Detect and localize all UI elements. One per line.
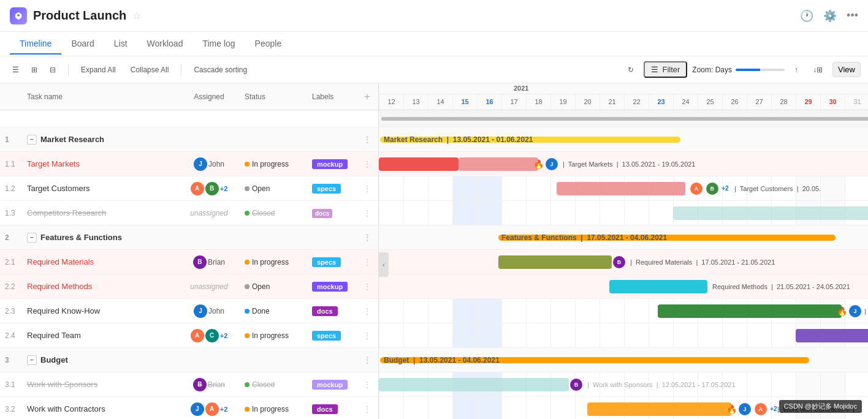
row-more[interactable]: ⋮ xyxy=(356,355,378,365)
expand-all-button[interactable]: Expand All xyxy=(76,63,121,77)
filter-button[interactable]: ☰ Filter xyxy=(644,61,687,78)
zoom-slider[interactable] xyxy=(736,69,785,71)
import-btn[interactable]: ↓⊞ xyxy=(808,63,828,77)
avatar-gantt: J xyxy=(546,158,558,170)
row-more[interactable]: ⋮ xyxy=(356,306,378,316)
gantt-collapse-handle[interactable]: ‹ xyxy=(379,252,389,277)
table-row: 3.2 Work with Contractors J A +2 In prog… xyxy=(0,397,378,419)
row-num: 3.1 xyxy=(0,380,22,389)
tab-people[interactable]: People xyxy=(245,34,292,55)
collapse-all-button[interactable]: Collapse All xyxy=(126,63,174,77)
row-labels: specs xyxy=(307,257,356,267)
gantt-bar[interactable] xyxy=(379,378,569,391)
gantt-day: 30 xyxy=(820,94,845,110)
label-badge: specs xyxy=(312,331,341,341)
row-status: In progress xyxy=(240,405,307,413)
gantt-bar[interactable] xyxy=(587,402,731,416)
grid-view-btn[interactable]: ⊞ xyxy=(26,63,42,77)
row-task[interactable]: Target Customers xyxy=(22,184,178,193)
plus-count: +2 xyxy=(220,406,228,413)
row-assigned: A B +2 xyxy=(178,182,240,195)
gantt-bar[interactable] xyxy=(673,206,868,220)
row-status: Open xyxy=(240,282,307,291)
gantt-day: 23 xyxy=(649,94,673,110)
tab-timelog[interactable]: Time log xyxy=(192,34,245,55)
avatar: J xyxy=(194,304,207,318)
table-row: 1.2 Target Customers A B +2 Open specs ⋮ xyxy=(0,176,378,201)
expand-icon[interactable]: − xyxy=(27,233,37,243)
tab-board[interactable]: Board xyxy=(61,34,104,55)
status-dot xyxy=(245,309,249,314)
row-task[interactable]: Work with Contractors xyxy=(22,404,178,413)
tab-list[interactable]: List xyxy=(104,34,137,55)
row-more[interactable]: ⋮ xyxy=(356,135,378,145)
row-task[interactable]: Required Methods xyxy=(22,282,178,291)
row-status: Done xyxy=(240,307,307,315)
tab-timeline[interactable]: Timeline xyxy=(10,34,61,55)
history-icon[interactable]: 🕐 xyxy=(800,9,813,23)
gantt-bar[interactable] xyxy=(379,157,459,171)
table-row: 2.4 Required Team A C +2 In progress spe… xyxy=(0,323,378,348)
gantt-bar[interactable] xyxy=(498,255,612,269)
row-more[interactable]: ⋮ xyxy=(356,184,378,194)
table-row: 1.3 Competitors Research unassigned Clos… xyxy=(0,201,378,225)
tree-view-btn[interactable]: ⊟ xyxy=(45,63,61,77)
row-more[interactable]: ⋮ xyxy=(356,257,378,267)
list-view-btn[interactable]: ☰ xyxy=(7,63,24,77)
row-labels: mockup xyxy=(307,282,356,292)
row-more[interactable]: ⋮ xyxy=(356,331,378,341)
row-task[interactable]: Competitors Research xyxy=(22,208,178,217)
row-assigned: J John xyxy=(178,157,240,171)
gantt-bar[interactable] xyxy=(459,157,538,171)
row-assigned: B Brian xyxy=(178,378,240,391)
status-text: Done xyxy=(252,307,270,315)
toolbar-right: ↻ ☰ Filter Zoom: Days ↑ ↓⊞ View xyxy=(623,61,861,78)
row-more[interactable]: ⋮ xyxy=(356,282,378,292)
gantt-day: 19 xyxy=(550,94,575,110)
table-row: 1 − Market Research ⋮ xyxy=(0,127,378,152)
filter-label: Filter xyxy=(662,65,680,74)
expand-icon[interactable]: − xyxy=(27,135,37,145)
table-row: 2.2 Required Methods unassigned Open moc… xyxy=(0,274,378,299)
view-button[interactable]: View xyxy=(832,62,861,77)
gantt-bar[interactable] xyxy=(609,280,707,293)
tab-workload[interactable]: Workload xyxy=(137,34,193,55)
header-right: 🕐 ⚙️ ••• xyxy=(800,9,858,23)
table-row: 3.1 Work with Sponsors B Brian Closed mo… xyxy=(0,372,378,397)
more-icon[interactable]: ••• xyxy=(847,9,858,22)
row-task[interactable]: Target Markets xyxy=(22,159,178,168)
row-task[interactable]: Required Team xyxy=(22,331,178,340)
row-task[interactable]: Required Know-How xyxy=(22,306,178,315)
page-title: Product Launch xyxy=(33,9,126,23)
gantt-day: 12 xyxy=(379,94,403,110)
assigned-name: John xyxy=(208,160,224,168)
row-more[interactable]: ⋮ xyxy=(356,404,378,414)
gantt-row: Required Methods | 21.05.2021 - 24.05.20… xyxy=(379,274,868,299)
settings-icon[interactable]: ⚙️ xyxy=(823,9,837,23)
col-add-header[interactable]: + xyxy=(356,91,378,102)
row-num: 1 xyxy=(0,135,22,144)
label-badge: docs xyxy=(312,209,332,218)
row-task[interactable]: Required Materials xyxy=(22,257,178,266)
export-btn[interactable]: ↑ xyxy=(790,63,803,77)
row-num: 2.3 xyxy=(0,307,22,315)
row-more[interactable]: ⋮ xyxy=(356,159,378,169)
star-icon[interactable]: ☆ xyxy=(132,10,141,21)
table-header: Task name Assigned Status Labels + xyxy=(0,83,378,110)
row-more[interactable]: ⋮ xyxy=(356,380,378,390)
cascade-sorting-button[interactable]: Cascade sorting xyxy=(189,63,252,77)
col-labels-header: Labels xyxy=(307,92,356,101)
row-task[interactable]: Work with Sponsors xyxy=(22,380,178,389)
gantt-day: 26 xyxy=(722,94,747,110)
expand-icon[interactable]: − xyxy=(27,355,37,365)
row-more[interactable]: ⋮ xyxy=(356,233,378,243)
refresh-btn[interactable]: ↻ xyxy=(623,63,639,77)
gantt-bar[interactable] xyxy=(557,182,685,195)
gantt-row: 🔥 J | xyxy=(379,299,868,323)
gantt-bar[interactable] xyxy=(658,304,842,318)
gantt-row: B | Required Materials | 17.05.2021 - 21… xyxy=(379,250,868,274)
gantt-bar[interactable] xyxy=(796,329,868,342)
row-more[interactable]: ⋮ xyxy=(356,208,378,218)
gantt-row xyxy=(379,323,868,348)
app-header: Product Launch ☆ 🕐 ⚙️ ••• xyxy=(0,0,868,32)
